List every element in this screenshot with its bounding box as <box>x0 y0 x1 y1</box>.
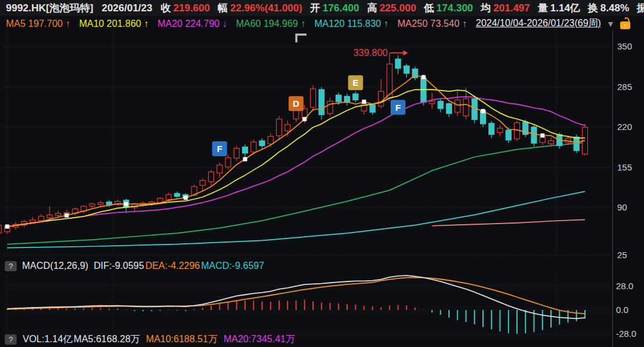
quote-field: 开176.400 <box>310 1 359 15</box>
candle-body <box>447 104 452 113</box>
candle-body <box>319 89 324 114</box>
candle-body <box>379 91 384 106</box>
annotation-price-label: 339.800 <box>353 48 388 58</box>
candle-body <box>285 125 290 131</box>
symbol-name[interactable]: 9992.HK[泡泡玛特] <box>6 1 93 15</box>
ma-legend-item: MA10 201.860 ↑ <box>79 18 149 29</box>
candle-body <box>549 141 554 144</box>
quote-field: 幅22.96%(41.000) <box>218 1 302 15</box>
macd-info-bar: ? MACD(12,26,9) DIF:-9.0595 DEA:-4.2296 … <box>5 261 264 271</box>
unlock-icon[interactable]: ↑ <box>620 21 630 29</box>
ma-legend-item: MA250 73.540 ↑ <box>397 18 467 29</box>
candle-body <box>89 204 95 206</box>
quote-field: 振28 <box>637 1 644 15</box>
candle-body <box>336 95 341 101</box>
candle-body <box>455 100 460 113</box>
candle-body <box>353 94 358 100</box>
ma-legend-items: MA5 197.700 ↑MA10 201.860 ↑MA20 224.790 … <box>6 18 467 29</box>
ma5-week-marker <box>124 202 128 206</box>
candle-body <box>540 137 545 142</box>
event-badge-label: D <box>293 98 299 109</box>
volume-value: VOL:1.14亿 <box>23 333 73 346</box>
candle-body <box>0 225 1 234</box>
volume-ma5-value: MA5:6168.28万 <box>74 333 140 346</box>
ma250-line <box>432 219 586 225</box>
price-axis-label: 25 <box>617 250 627 260</box>
quote-field: 换8.48% <box>588 1 629 15</box>
ma5-week-marker <box>302 117 306 121</box>
event-badge-f[interactable]: F <box>391 100 405 115</box>
volume-help-button[interactable]: ? <box>5 334 17 345</box>
corner-bracket-mark <box>296 35 306 42</box>
chevron-down-icon[interactable]: ▼ <box>606 19 615 29</box>
candle-body <box>268 137 273 144</box>
candle-body <box>225 157 231 167</box>
quote-field: 均201.497 <box>481 1 530 15</box>
date-range-selector[interactable]: 2024/10/04-2026/01/23(69周) <box>476 17 601 30</box>
candle-body <box>39 216 44 221</box>
candle-body <box>404 66 409 73</box>
ma-legend-item: MA20 224.790 ↓ <box>157 18 227 29</box>
price-axis-label: 155 <box>617 162 632 172</box>
volume-ma10-value: MA10:6188.51万 <box>146 333 218 346</box>
quote-date: 2026/01/23 <box>101 2 152 14</box>
candle-body <box>259 141 265 145</box>
event-badge-e[interactable]: E <box>348 75 363 90</box>
event-badge-f[interactable]: F <box>212 141 227 156</box>
macd-help-button[interactable]: ? <box>5 261 17 271</box>
quote-field: 收219.600 <box>161 1 210 15</box>
candle-body <box>175 193 180 196</box>
candle-body <box>277 119 282 136</box>
candle-body <box>217 165 222 173</box>
candle-body <box>166 194 171 199</box>
candle-body <box>531 127 537 143</box>
candle-body <box>30 220 35 222</box>
candle-body <box>47 215 52 218</box>
chart-canvas[interactable]: 350285220155902528.00.0-28.0FDEF339.800 <box>0 0 644 347</box>
volume-values: VOL:1.14亿 MA5:6168.28万 <box>23 333 140 346</box>
price-axis-label: 220 <box>617 122 632 132</box>
ma-legend-bar: MA5 197.700 ↑MA10 201.860 ↑MA20 224.790 … <box>0 16 644 31</box>
macd-macd-value: MACD:-9.6597 <box>201 261 264 271</box>
quote-header: 9992.HK[泡泡玛特] 2026/01/23 收219.600幅22.96%… <box>0 0 644 16</box>
macd-dea-value: DEA:-4.2296 <box>145 261 200 271</box>
macd-axis-label: -28.0 <box>616 329 636 339</box>
candle-body <box>234 148 239 159</box>
ma-legend-item: MA60 194.969 ↑ <box>236 18 306 29</box>
ma5-week-marker <box>5 225 10 229</box>
candle-body <box>55 213 61 216</box>
ma5-week-marker <box>184 196 188 200</box>
candle-body <box>209 172 214 181</box>
ma5-week-marker <box>362 100 366 104</box>
quote-field: 低174.300 <box>424 1 473 15</box>
ma60-line <box>7 142 585 244</box>
candle-body <box>311 89 316 107</box>
ma5-week-marker <box>422 75 426 79</box>
event-badge-label: E <box>352 78 358 88</box>
ma5-week-marker <box>481 109 485 113</box>
macd-axis-label: 28.0 <box>616 281 633 291</box>
quote-field: 量1.14亿 <box>538 1 580 15</box>
candles-group <box>0 53 588 236</box>
candle-body <box>463 99 469 116</box>
price-axis-label: 285 <box>617 82 632 92</box>
macd-dif-value: DIF:-9.0595 <box>94 261 144 271</box>
macd-values: DIF:-9.0595 DEA:-4.2296 MACD:-9.6597 <box>94 261 264 271</box>
lock-arrow: ↑ <box>620 21 630 29</box>
macd-title: MACD(12,26,9) <box>22 261 88 271</box>
dif-line <box>7 275 585 318</box>
price-axis-label: 350 <box>617 41 632 51</box>
macd-axis-label: 0.0 <box>616 305 628 315</box>
ma-legend-item: MA5 197.700 ↑ <box>6 18 70 29</box>
candle-body <box>200 181 205 185</box>
event-badge-label: F <box>395 103 401 113</box>
event-badge-d[interactable]: D <box>289 96 304 111</box>
candle-body <box>497 128 503 132</box>
candle-body <box>574 137 579 151</box>
candle-body <box>251 142 256 152</box>
annotation-arrowhead <box>403 50 408 55</box>
stock-chart-app: 350285220155902528.00.0-28.0FDEF339.800 … <box>0 0 644 347</box>
candle-body <box>395 59 401 69</box>
candle-body <box>327 101 333 114</box>
event-badge-label: F <box>217 144 222 154</box>
